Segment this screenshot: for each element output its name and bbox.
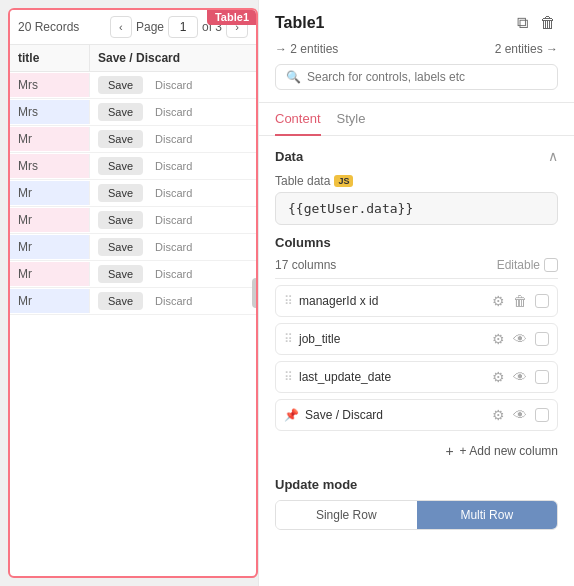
discard-button[interactable]: Discard <box>147 76 200 94</box>
discard-button[interactable]: Discard <box>147 238 200 256</box>
col-checkbox[interactable] <box>535 408 549 422</box>
cell-actions: Save Discard <box>90 261 256 287</box>
cell-actions: Save Discard <box>90 153 256 179</box>
gear-button[interactable]: ⚙ <box>490 293 507 309</box>
cell-name: Mrs <box>10 100 90 124</box>
save-button[interactable]: Save <box>98 157 143 175</box>
title-row: Table1 ⧉ 🗑 <box>275 12 558 34</box>
save-button[interactable]: Save <box>98 103 143 121</box>
discard-button[interactable]: Discard <box>147 130 200 148</box>
table-data-value[interactable]: {{getUser.data}} <box>275 192 558 225</box>
entity-row: → 2 entities 2 entities → <box>275 42 558 56</box>
column-name: managerId x id <box>299 294 484 308</box>
column-item: ⠿ last_update_date ⚙👁 <box>275 361 558 393</box>
cell-actions: Save Discard <box>90 72 256 98</box>
mode-multi-row[interactable]: Multi Row <box>417 501 558 529</box>
column-item: ⠿ job_title ⚙👁 <box>275 323 558 355</box>
discard-button[interactable]: Discard <box>147 157 200 175</box>
delete-button[interactable]: 🗑 <box>538 12 558 34</box>
eye-button[interactable]: 👁 <box>511 331 529 347</box>
update-mode-section: Update mode Single Row Multi Row <box>275 477 558 530</box>
add-column-icon: + <box>445 443 453 459</box>
discard-button[interactable]: Discard <box>147 184 200 202</box>
column-item: 📌 Save / Discard ⚙👁 <box>275 399 558 431</box>
page-input[interactable] <box>168 16 198 38</box>
search-icon: 🔍 <box>286 70 301 84</box>
editable-label: Editable <box>497 258 558 272</box>
cell-name: Mr <box>10 235 90 259</box>
drag-icon: ⠿ <box>284 370 293 384</box>
discard-button[interactable]: Discard <box>147 292 200 310</box>
discard-button[interactable]: Discard <box>147 103 200 121</box>
cell-actions: Save Discard <box>90 99 256 125</box>
mode-toggle: Single Row Multi Row <box>275 500 558 530</box>
col-checkbox[interactable] <box>535 294 549 308</box>
update-mode-label: Update mode <box>275 477 558 492</box>
records-count: 20 Records <box>18 20 79 34</box>
save-button[interactable]: Save <box>98 76 143 94</box>
column-name: job_title <box>299 332 484 346</box>
trash-button[interactable]: 🗑 <box>511 293 529 309</box>
save-button[interactable]: Save <box>98 265 143 283</box>
cell-actions: Save Discard <box>90 288 256 314</box>
right-panel: Table1 ⧉ 🗑 → 2 entities 2 entities → 🔍 C… <box>258 0 574 586</box>
table-row: Mr Save Discard <box>10 180 256 207</box>
collapse-data-button[interactable]: ∧ <box>548 148 558 164</box>
editable-checkbox[interactable] <box>544 258 558 272</box>
col-action-group: ⚙👁 <box>490 331 529 347</box>
data-section-title: Data ∧ <box>275 148 558 164</box>
panel-title: Table1 <box>275 14 325 32</box>
save-button[interactable]: Save <box>98 184 143 202</box>
table-body: Mrs Save Discard Mrs Save Discard Mr Sav… <box>10 72 256 315</box>
mode-single-row[interactable]: Single Row <box>276 501 417 529</box>
entity-right: 2 entities → <box>495 42 558 56</box>
cell-name: Mr <box>10 262 90 286</box>
col-checkbox[interactable] <box>535 370 549 384</box>
columns-section-header: Columns <box>275 235 558 250</box>
col-checkbox[interactable] <box>535 332 549 346</box>
cell-actions: Save Discard <box>90 180 256 206</box>
table-row: Mrs Save Discard <box>10 99 256 126</box>
eye-button[interactable]: 👁 <box>511 407 529 423</box>
resize-handle[interactable] <box>252 278 258 308</box>
cell-name: Mr <box>10 208 90 232</box>
gear-button[interactable]: ⚙ <box>490 407 507 423</box>
tab-style[interactable]: Style <box>337 103 366 136</box>
save-button[interactable]: Save <box>98 292 143 310</box>
col-action-group: ⚙👁 <box>490 369 529 385</box>
table-row: Mrs Save Discard <box>10 72 256 99</box>
col-action-group: ⚙👁 <box>490 407 529 423</box>
table-row: Mr Save Discard <box>10 288 256 315</box>
table-data-field: Table data JS {{getUser.data}} <box>275 174 558 225</box>
table-row: Mr Save Discard <box>10 234 256 261</box>
cell-actions: Save Discard <box>90 207 256 233</box>
gear-button[interactable]: ⚙ <box>490 331 507 347</box>
cell-actions: Save Discard <box>90 234 256 260</box>
table-row: Mrs Save Discard <box>10 153 256 180</box>
col-header-title: title <box>10 45 90 71</box>
prev-page-button[interactable]: ‹ <box>110 16 132 38</box>
tab-content[interactable]: Content <box>275 103 321 136</box>
col-action-group: ⚙🗑 <box>490 293 529 309</box>
search-input[interactable] <box>307 70 547 84</box>
pin-icon: 📌 <box>284 408 299 422</box>
columns-count: 17 columns <box>275 258 336 272</box>
gear-button[interactable]: ⚙ <box>490 369 507 385</box>
column-item: ⠿ managerId x id ⚙🗑 <box>275 285 558 317</box>
save-button[interactable]: Save <box>98 130 143 148</box>
add-column-label: + Add new column <box>460 444 558 458</box>
drag-icon: ⠿ <box>284 294 293 308</box>
eye-button[interactable]: 👁 <box>511 369 529 385</box>
add-column-row[interactable]: + + Add new column <box>275 437 558 465</box>
column-name: Save / Discard <box>305 408 484 422</box>
cell-name: Mr <box>10 181 90 205</box>
js-badge: JS <box>334 175 353 187</box>
discard-button[interactable]: Discard <box>147 265 200 283</box>
right-header: Table1 ⧉ 🗑 → 2 entities 2 entities → 🔍 <box>259 0 574 103</box>
save-button[interactable]: Save <box>98 211 143 229</box>
drag-icon: ⠿ <box>284 332 293 346</box>
discard-button[interactable]: Discard <box>147 211 200 229</box>
copy-button[interactable]: ⧉ <box>515 12 530 34</box>
right-body: Data ∧ Table data JS {{getUser.data}} Co… <box>259 136 574 586</box>
save-button[interactable]: Save <box>98 238 143 256</box>
